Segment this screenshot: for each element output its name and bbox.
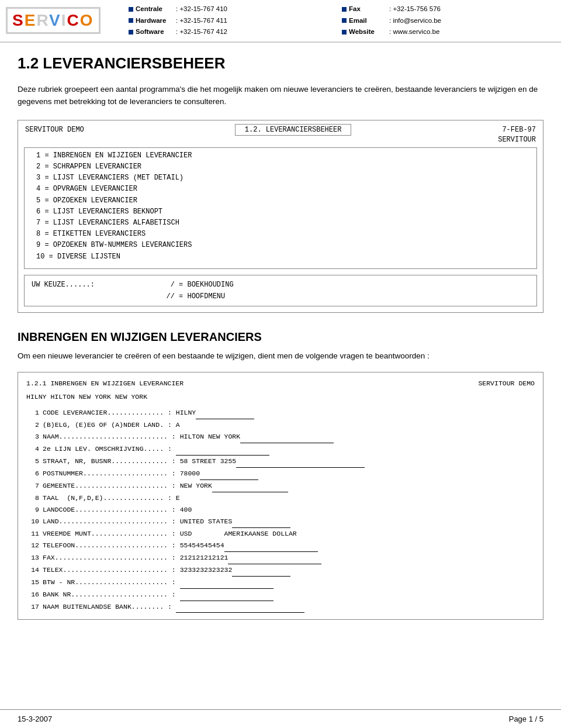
form-row-13: 13 FAX............................ : 212… — [26, 553, 535, 564]
bullet-icon — [129, 30, 133, 34]
menu-item-9: 9 = OPZOEKEN BTW-NUMMERS LEVERANCIERS — [36, 240, 525, 251]
bullet-icon — [342, 30, 347, 34]
menu-item-3: 3 = LIJST LEVERANCIERS (MET DETAIL) — [36, 172, 525, 184]
terminal-right-label: 7-FEB-97 — [502, 126, 536, 134]
form-rows: 1 CODE LEVERANCIER.............. : HILNY… — [26, 408, 535, 613]
bullet-icon — [129, 7, 133, 12]
form-row-7: 7 GEMEENTE....................... : NEW … — [26, 481, 535, 492]
footer-page: Page 1 / 5 — [509, 715, 543, 723]
page-header: SERVICO Centrale : +32-15-767 410 Hardwa… — [0, 0, 561, 43]
contact-col-right: Fax : +32-15-756 576 Email : info@servic… — [342, 4, 555, 38]
page-footer: 15-3-2007 Page 1 / 5 — [0, 709, 561, 728]
section-desc: Om een nieuwe leverancier te creëren of … — [18, 350, 543, 363]
footer-date: 15-3-2007 — [18, 715, 52, 723]
terminal-company: SERVITOUR — [18, 136, 543, 144]
form-row-6: 6 POSTNUMMER..................... : 7800… — [26, 468, 535, 480]
logo-box: SERVICO — [6, 7, 101, 34]
logo: SERVICO — [12, 11, 94, 29]
terminal-footer: UW KEUZE......: / = BOEKHOUDING // = HOO… — [24, 275, 537, 307]
menu-item-6: 6 = LIJST LEVERANCIERS BEKNOPT — [36, 206, 525, 218]
form-row-5: 5 STRAAT, NR, BUSNR.............. : 58 S… — [26, 456, 535, 468]
form-row-4: 4 2e LIJN LEV. OMSCHRIJVING..... : — [26, 444, 535, 456]
form-row-9: 9 LANDCODE....................... : 400 — [26, 505, 535, 516]
contact-hardware: Hardware : +32-15-767 411 — [129, 15, 342, 27]
menu-item-2: 2 = SCHRAPPEN LEVERANCIER — [36, 161, 525, 172]
page-title: 1.2 LEVERANCIERSBEHEER — [18, 54, 543, 73]
bullet-icon — [342, 18, 347, 23]
menu-item-1: 1 = INBRENGEN EN WIJZIGEN LEVERANCIER — [36, 150, 525, 161]
form-row-17: 17 NAAM BUITENLANDSE BANK........ : — [26, 602, 535, 613]
form-row-1: 1 CODE LEVERANCIER.............. : HILNY — [26, 408, 535, 419]
form-header-left: 1.2.1 INBRENGEN EN WIJZIGEN LEVERANCIER — [26, 378, 183, 389]
terminal-footer-line1: UW KEUZE......: / = BOEKHOUDING — [32, 279, 529, 291]
form-row-12: 12 TELEFOON....................... : 554… — [26, 540, 535, 552]
menu-item-10: 10 = DIVERSE LIJSTEN — [36, 251, 525, 263]
menu-item-8: 8 = ETIKETTEN LEVERANCIERS — [36, 229, 525, 240]
form-header: 1.2.1 INBRENGEN EN WIJZIGEN LEVERANCIER … — [26, 378, 535, 389]
terminal-menu: 1 = INBRENGEN EN WIJZIGEN LEVERANCIER 2 … — [24, 147, 537, 269]
form-subheader: HILNY HILTON NEW YORK NEW YORK — [26, 392, 535, 403]
form-row-8: 8 TAAL (N,F,D,E)............... : E — [26, 493, 535, 504]
contact-software: Software : +32-15-767 412 — [129, 26, 342, 38]
contact-email: Email : info@servico.be — [342, 15, 555, 27]
section-title: INBRENGEN EN WIJZIGEN LEVERANCIERS — [18, 330, 543, 344]
form-row-15: 15 BTW - NR....................... : — [26, 577, 535, 589]
menu-item-4: 4 = OPVRAGEN LEVERANCIER — [36, 184, 525, 195]
bullet-icon — [129, 18, 133, 23]
form-row-11: 11 VREEMDE MUNT................... : USD… — [26, 529, 535, 540]
intro-text: Deze rubriek groepeert een aantal progra… — [18, 83, 543, 108]
form-row-3: 3 NAAM........................... : HILT… — [26, 432, 535, 443]
main-content: 1.2 LEVERANCIERSBEHEER Deze rubriek groe… — [0, 43, 561, 632]
form-row-14: 14 TELEX.......................... : 323… — [26, 565, 535, 577]
form-row-16: 16 BANK NR........................ : — [26, 589, 535, 601]
menu-item-7: 7 = LIJST LEVERANCIERS ALFABETISCH — [36, 218, 525, 229]
contact-website: Website : www.servico.be — [342, 26, 555, 38]
contact-col-left: Centrale : +32-15-767 410 Hardware : +32… — [129, 4, 342, 38]
form-box: 1.2.1 INBRENGEN EN WIJZIGEN LEVERANCIER … — [18, 372, 543, 620]
contact-info: Centrale : +32-15-767 410 Hardware : +32… — [123, 4, 555, 38]
form-row-10: 10 LAND........................... : UNI… — [26, 516, 535, 528]
menu-item-5: 5 = OPZOEKEN LEVERANCIER — [36, 195, 525, 206]
form-row-2: 2 (B)ELG, (E)EG OF (A)NDER LAND. : A — [26, 420, 535, 431]
terminal-header: SERVITOUR DEMO 1.2. LEVERANCIERSBEHEER 7… — [18, 120, 543, 136]
terminal-box: SERVITOUR DEMO 1.2. LEVERANCIERSBEHEER 7… — [18, 120, 543, 313]
terminal-title: 1.2. LEVERANCIERSBEHEER — [235, 124, 352, 136]
bullet-icon — [342, 7, 347, 12]
contact-centrale: Centrale : +32-15-767 410 — [129, 4, 342, 15]
form-header-right: SERVITOUR DEMO — [478, 378, 535, 389]
terminal-footer-line2: // = HOOFDMENU — [32, 291, 529, 302]
terminal-left-label: SERVITOUR DEMO — [25, 126, 84, 134]
contact-fax: Fax : +32-15-756 576 — [342, 4, 555, 15]
logo-area: SERVICO — [6, 7, 123, 34]
